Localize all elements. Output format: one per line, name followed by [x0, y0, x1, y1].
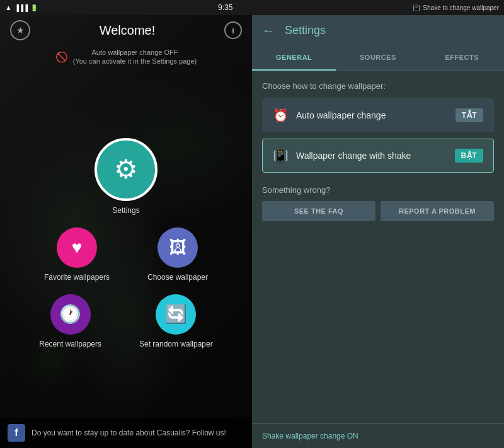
settings-icon-circle: ⚙: [94, 138, 158, 201]
status-notification: 📳 Shake to change wallpaper: [413, 4, 499, 11]
status-time: 9:35: [218, 3, 232, 12]
recent-wallpapers-menu-item[interactable]: 🕐 Recent wallpapers: [39, 294, 101, 348]
shake-wallpaper-option[interactable]: 📳 Wallpaper change with shake BẬT: [262, 139, 494, 173]
settings-header: ← Settings: [252, 15, 504, 45]
auto-wallpaper-notice: 🚫 Auto wallpaper change OFF (You can act…: [0, 45, 252, 69]
favorites-menu-item[interactable]: ♥ Favorite wallpapers: [44, 227, 110, 282]
faq-button[interactable]: SEE THE FAQ: [262, 201, 375, 221]
recent-label: Recent wallpapers: [39, 340, 101, 348]
something-wrong-label: Something wrong?: [262, 185, 494, 195]
welcome-title: Welcome!: [100, 23, 156, 38]
wifi-icon: ▲: [5, 4, 12, 11]
menu-grid: ⚙ Settings ♥ Favorite wallpapers 🖼 Choos…: [0, 69, 252, 418]
auto-notice-line2: (You can activate it in the Settings pag…: [73, 57, 197, 66]
info-icon[interactable]: i: [224, 21, 242, 39]
tab-sources[interactable]: SOURCES: [336, 45, 420, 71]
bottom-follow-text: Do you want to stay up to date about Cas…: [32, 428, 226, 437]
shake-wallpaper-icon: 📳: [273, 148, 289, 163]
choose-how-label: Choose how to change wallpaper:: [262, 81, 494, 91]
random-wallpaper-menu-item[interactable]: 🔄 Set random wallpaper: [139, 294, 213, 348]
random-icon-circle: 🔄: [156, 294, 196, 335]
shake-wallpaper-toggle[interactable]: BẬT: [455, 149, 484, 163]
tabs-row: GENERAL SOURCES EFFECTS: [252, 45, 504, 71]
option-left-shake: 📳 Wallpaper change with shake: [273, 148, 411, 163]
settings-menu-item[interactable]: ⚙ Settings: [94, 138, 158, 215]
status-bar: ▲ ▐▐▐ 🔋 9:35 📳 Shake to change wallpaper: [0, 0, 504, 15]
menu-row-recent-random: 🕐 Recent wallpapers 🔄 Set random wallpap…: [39, 294, 212, 348]
battery-icon: 🔋: [30, 4, 38, 11]
settings-panel-title: Settings: [285, 24, 326, 37]
signal-icon: ▐▐▐: [14, 4, 28, 11]
option-left-auto: ⏰ Auto wallpaper change: [273, 108, 386, 123]
action-buttons-row: SEE THE FAQ REPORT A PROBLEM: [262, 201, 494, 221]
right-bottom-status: Shake wallpaper change ON: [252, 423, 504, 448]
auto-wallpaper-option[interactable]: ⏰ Auto wallpaper change TẮT: [262, 98, 494, 132]
left-panel: ★ Welcome! i 🚫 Auto wallpaper change OFF…: [0, 15, 252, 448]
tab-general[interactable]: GENERAL: [252, 45, 336, 71]
star-icon[interactable]: ★: [10, 20, 30, 40]
favorites-label: Favorite wallpapers: [44, 273, 110, 282]
facebook-icon[interactable]: f: [8, 424, 25, 442]
main-content: ★ Welcome! i 🚫 Auto wallpaper change OFF…: [0, 15, 504, 448]
menu-row-fav-choose: ♥ Favorite wallpapers 🖼 Choose wallpaper: [44, 227, 208, 282]
tab-effects[interactable]: EFFECTS: [420, 45, 504, 71]
auto-wallpaper-text: Auto wallpaper change: [296, 110, 386, 120]
auto-wallpaper-icon: ⏰: [273, 108, 289, 123]
report-problem-button[interactable]: REPORT A PROBLEM: [381, 201, 494, 221]
no-auto-icon: 🚫: [55, 51, 68, 63]
shake-wallpaper-text: Wallpaper change with shake: [296, 151, 411, 161]
recent-icon-circle: 🕐: [50, 294, 91, 335]
menu-row-settings: ⚙ Settings: [94, 138, 158, 215]
something-wrong-section: Something wrong? SEE THE FAQ REPORT A PR…: [262, 185, 494, 221]
choose-label: Choose wallpaper: [147, 273, 208, 282]
settings-body: Choose how to change wallpaper: ⏰ Auto w…: [252, 71, 504, 423]
status-bar-left: ▲ ▐▐▐ 🔋: [5, 4, 38, 11]
settings-label: Settings: [112, 206, 139, 215]
choose-icon-circle: 🖼: [158, 227, 198, 268]
choose-wallpaper-menu-item[interactable]: 🖼 Choose wallpaper: [147, 227, 208, 282]
auto-wallpaper-toggle[interactable]: TẮT: [455, 108, 483, 122]
auto-notice-line1: Auto wallpaper change OFF: [73, 48, 197, 57]
shake-status-text: Shake wallpaper change ON: [262, 432, 358, 440]
left-topbar: ★ Welcome! i: [0, 15, 252, 45]
left-bottom-bar: f Do you want to stay up to date about C…: [0, 418, 252, 448]
random-label: Set random wallpaper: [139, 340, 213, 348]
right-panel: ← Settings GENERAL SOURCES EFFECTS Choos…: [252, 15, 504, 448]
favorites-icon-circle: ♥: [57, 227, 97, 268]
back-button[interactable]: ←: [262, 23, 275, 38]
